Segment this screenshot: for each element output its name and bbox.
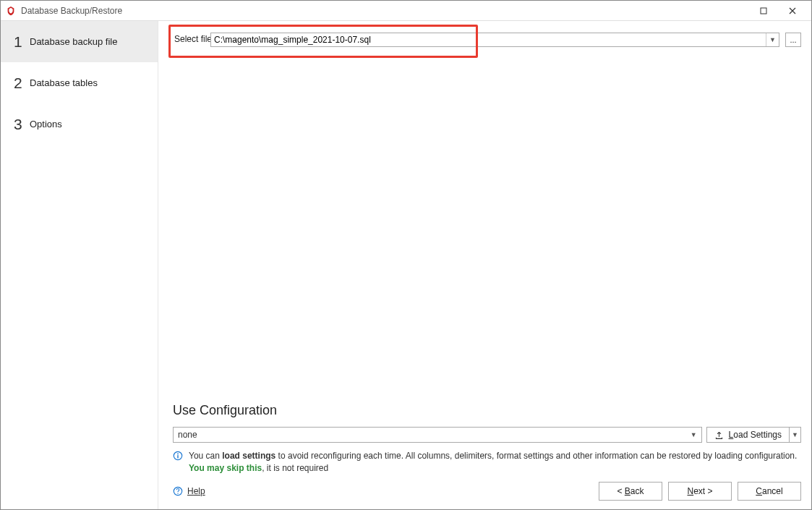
svg-point-2 (177, 454, 179, 455)
chevron-down-icon[interactable]: ▼ (766, 33, 779, 46)
load-settings-button[interactable]: Load Settings (706, 427, 790, 443)
svg-rect-3 (177, 456, 178, 459)
sidebar-step-backup-file[interactable]: 1 Database backup file (1, 21, 158, 62)
titlebar: Database Backup/Restore (1, 1, 811, 21)
sidebar-step-tables[interactable]: 2 Database tables (1, 62, 158, 103)
info-text: You can load settings to avoid reconfigu… (189, 450, 801, 475)
select-file-label: Select file (174, 34, 212, 44)
step-label: Database backup file (30, 36, 117, 47)
load-settings-split[interactable]: ▼ (790, 427, 801, 443)
step-label: Options (30, 119, 62, 129)
wizard-sidebar: 1 Database backup file 2 Database tables… (1, 21, 158, 509)
configuration-value: none (178, 430, 691, 440)
step-number: 1 (14, 33, 30, 51)
info-message: You can load settings to avoid reconfigu… (158, 443, 811, 475)
chevron-down-icon[interactable]: ▼ (691, 431, 697, 438)
back-button[interactable]: < Back (599, 482, 662, 501)
browse-label: ... (790, 35, 796, 44)
configuration-select[interactable]: none ▼ (173, 427, 702, 443)
help-link[interactable]: Help (168, 486, 205, 496)
configuration-heading: Use Configuration (168, 403, 801, 418)
sidebar-step-options[interactable]: 3 Options (1, 103, 158, 145)
upload-icon (714, 430, 725, 440)
step-number: 2 (14, 75, 30, 92)
next-label: Next > (687, 486, 712, 496)
browse-button[interactable]: ... (785, 33, 801, 47)
footer: Help < Back Next > Cancel (158, 475, 811, 509)
step-label: Database tables (30, 77, 98, 88)
window: Database Backup/Restore 1 Database backu… (0, 0, 812, 510)
body: 1 Database backup file 2 Database tables… (1, 21, 811, 509)
load-settings-group: Load Settings ▼ (706, 427, 801, 443)
close-button[interactable] (778, 2, 807, 20)
app-icon (5, 5, 17, 17)
help-icon (173, 486, 183, 496)
file-path-input[interactable] (211, 33, 766, 46)
back-label: < Back (617, 486, 644, 496)
next-button[interactable]: Next > (668, 482, 732, 501)
configuration-row: none ▼ Load Settings ▼ (168, 427, 801, 443)
cancel-button[interactable]: Cancel (738, 482, 801, 501)
load-settings-label: Load Settings (729, 430, 782, 440)
spacer (158, 64, 811, 396)
file-select-row: Select file ▼ ... (158, 21, 811, 64)
step-number: 3 (14, 116, 30, 133)
configuration-section: Use Configuration none ▼ Load Settings (158, 403, 811, 443)
window-title: Database Backup/Restore (21, 6, 749, 16)
file-path-combo[interactable]: ▼ (210, 33, 779, 47)
svg-rect-0 (761, 8, 766, 14)
svg-point-5 (177, 493, 178, 493)
main-panel: Select file ▼ ... Use Configuration none… (158, 21, 811, 509)
help-label: Help (187, 486, 205, 496)
cancel-label: Cancel (756, 486, 782, 496)
maximize-button[interactable] (749, 2, 778, 20)
info-icon (173, 451, 183, 461)
